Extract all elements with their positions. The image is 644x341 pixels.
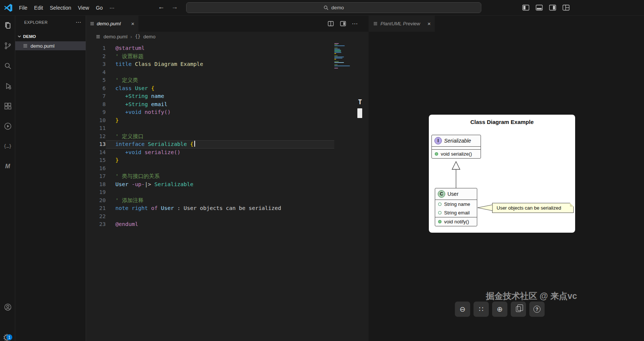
accounts-icon[interactable] xyxy=(0,297,15,317)
line-number[interactable]: 15 xyxy=(86,156,107,165)
line-number[interactable]: 13 xyxy=(86,140,107,149)
menu-view[interactable]: View xyxy=(74,3,92,13)
line-number[interactable]: 11 xyxy=(86,124,107,133)
customize-layout-icon[interactable] xyxy=(562,4,570,12)
line-number[interactable]: 21 xyxy=(86,204,107,213)
minimap-line xyxy=(334,62,344,63)
line-number[interactable]: 12 xyxy=(86,133,107,141)
vscode-logo-icon[interactable] xyxy=(4,3,13,12)
minimap[interactable] xyxy=(334,43,351,69)
code-line[interactable]: +String email xyxy=(115,101,334,109)
tab-close-icon[interactable]: × xyxy=(130,20,136,27)
folder-section-demo[interactable]: DEMO xyxy=(15,32,86,41)
tab-plantuml-preview[interactable]: PlantUML Preview × xyxy=(369,16,435,32)
code-line[interactable]: @enduml xyxy=(115,220,334,229)
code-line[interactable] xyxy=(115,213,334,221)
menu-go[interactable]: Go xyxy=(92,3,106,13)
toggle-panel-icon[interactable] xyxy=(535,4,543,12)
code-line[interactable]: +void notify() xyxy=(115,108,334,117)
chevron-down-icon xyxy=(17,34,22,39)
breadcrumb-symbol[interactable]: demo xyxy=(143,34,156,39)
code-line[interactable]: ' 添加注释 xyxy=(115,197,334,205)
explorer-icon[interactable] xyxy=(0,16,15,36)
line-number[interactable]: 7 xyxy=(86,92,107,101)
code-line[interactable]: ' 设置标题 xyxy=(115,52,334,61)
code-line[interactable]: ' 类与接口的关系 xyxy=(115,172,334,181)
line-number[interactable]: 4 xyxy=(86,68,107,77)
line-number[interactable]: 8 xyxy=(86,101,107,109)
source-control-icon[interactable] xyxy=(0,36,15,56)
file-icon xyxy=(23,43,28,48)
explorer-more-actions-icon[interactable]: ⋯ xyxy=(76,19,81,26)
line-number[interactable]: 2 xyxy=(86,52,107,61)
line-number[interactable]: 6 xyxy=(86,85,107,93)
line-number[interactable]: 10 xyxy=(86,117,107,125)
line-number[interactable]: 19 xyxy=(86,188,107,197)
command-center-search[interactable]: demo xyxy=(186,2,481,13)
note-fold-corner xyxy=(570,203,574,207)
line-number[interactable]: 23 xyxy=(86,220,107,229)
line-number[interactable]: 3 xyxy=(86,60,107,68)
code-line[interactable] xyxy=(115,124,334,133)
zoom-in-button[interactable]: ⊕ xyxy=(492,302,507,317)
copy-button[interactable] xyxy=(511,302,526,317)
menu-edit[interactable]: Edit xyxy=(31,3,47,13)
code-line[interactable]: } xyxy=(115,156,334,165)
line-number[interactable]: 18 xyxy=(86,181,107,189)
preview-content[interactable]: Class Diagram Example I Serializable voi… xyxy=(369,32,644,341)
code-line[interactable] xyxy=(115,68,334,77)
line-number[interactable]: 14 xyxy=(86,149,107,157)
code-line[interactable]: ' 定义类 xyxy=(115,76,334,85)
extensions-icon[interactable] xyxy=(0,96,15,116)
line-number[interactable]: 17 xyxy=(86,172,107,181)
move-button[interactable]: ∷ xyxy=(474,302,489,317)
go-back-icon[interactable]: ← xyxy=(158,3,165,11)
toggle-primary-sidebar-icon[interactable] xyxy=(522,4,530,12)
plantuml-extension-icon[interactable]: M xyxy=(0,156,15,176)
toggle-layout-icon[interactable] xyxy=(339,20,347,27)
line-number[interactable]: 16 xyxy=(86,165,107,173)
line-number[interactable]: 22 xyxy=(86,213,107,221)
code-editor[interactable]: 1234567891011121314151617181920212223 @s… xyxy=(86,41,369,341)
code-line[interactable] xyxy=(115,188,334,197)
code-line[interactable]: } xyxy=(115,117,334,125)
code-line[interactable]: @startuml xyxy=(115,44,334,52)
zoom-out-button[interactable]: ⊖ xyxy=(455,302,470,317)
breadcrumb-file[interactable]: demo.puml xyxy=(103,34,127,39)
more-actions-icon[interactable]: ⋯ xyxy=(352,20,358,27)
code-line[interactable]: ' 定义接口 xyxy=(115,133,334,141)
class-name: User xyxy=(447,191,459,197)
code-line[interactable]: title Class Diagram Example xyxy=(115,60,334,68)
line-number[interactable]: 20 xyxy=(86,197,107,205)
overview-ruler-letter: T xyxy=(358,98,362,106)
menu-more-icon[interactable]: ⋯ xyxy=(106,3,118,13)
search-sidebar-icon[interactable] xyxy=(0,56,15,76)
file-item-demo-puml[interactable]: demo.puml xyxy=(15,41,86,50)
code-line[interactable]: +void serialize() xyxy=(115,149,334,157)
snippets-braces-icon[interactable]: {…} xyxy=(0,136,15,156)
code-line[interactable]: interface Serializable { xyxy=(106,140,334,149)
tab-demo-puml[interactable]: demo.puml × xyxy=(86,16,138,32)
help-button[interactable]: ? xyxy=(529,302,545,317)
go-forward-icon[interactable]: → xyxy=(171,3,178,11)
line-number[interactable]: 1 xyxy=(86,44,107,52)
code-line[interactable]: +String name xyxy=(115,92,334,101)
run-circle-icon[interactable] xyxy=(0,116,15,136)
code-line[interactable] xyxy=(115,165,334,173)
line-number[interactable]: 5 xyxy=(86,76,107,85)
copy-icon xyxy=(516,306,521,312)
split-editor-icon[interactable] xyxy=(327,20,334,27)
folder-section-label: DEMO xyxy=(23,34,36,39)
line-number[interactable]: 9 xyxy=(86,108,107,117)
menu-selection[interactable]: Selection xyxy=(47,3,75,13)
code-line[interactable]: note right of User : User objects can be… xyxy=(115,204,334,213)
menu-file[interactable]: File xyxy=(16,3,31,13)
code-line[interactable]: User -up-|> Serializable xyxy=(115,181,334,189)
minimap-line xyxy=(334,61,339,62)
run-and-debug-icon[interactable] xyxy=(0,76,15,96)
toggle-secondary-sidebar-icon[interactable] xyxy=(549,4,557,12)
minimap-line xyxy=(334,48,338,48)
code-line[interactable]: class User { xyxy=(115,85,334,93)
note-text: User objects can be serialized xyxy=(497,205,561,211)
preview-tab-close-icon[interactable]: × xyxy=(426,20,432,27)
